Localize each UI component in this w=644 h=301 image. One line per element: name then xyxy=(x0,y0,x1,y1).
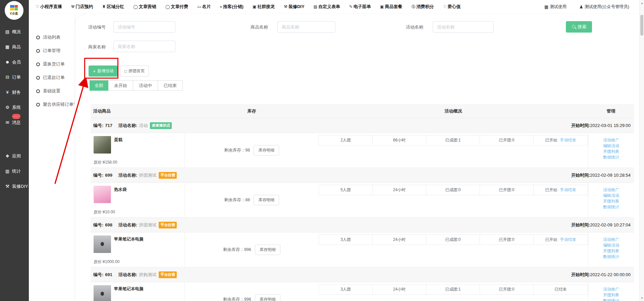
topnav-item-label: 爱心值 xyxy=(447,4,461,10)
sidebar-item[interactable]: ❖ 应用 xyxy=(0,148,29,164)
manage-link[interactable]: 开团列表 xyxy=(603,292,619,298)
topnav-item-label: 门店预约 xyxy=(76,4,93,10)
manual-end-link[interactable]: 手动结束 xyxy=(560,187,576,193)
heart-icon: ♡ xyxy=(443,4,446,9)
manage-link[interactable]: 开团列表 xyxy=(603,149,619,155)
topnav-item-label: 小程序直播 xyxy=(40,4,62,10)
manage-link[interactable]: 活动推广 xyxy=(603,137,619,143)
scroll-down-icon[interactable]: ▼ xyxy=(640,296,644,300)
sidebar-item[interactable]: ✉ 消息 ··· xyxy=(0,115,29,130)
topnav-item[interactable]: ⚒ 装修DIY xyxy=(284,4,304,10)
group-buy-home-button[interactable]: □ 拼团首页 xyxy=(120,66,149,77)
topnav-item[interactable]: ♡ 爱心值 xyxy=(443,4,461,10)
wrench-icon: ⚒ xyxy=(284,4,287,9)
sidebar-item[interactable]: ⚒ 装修DIY xyxy=(0,179,29,194)
manage-cell: 活动推广 编辑活动 开团列表 数据统计 xyxy=(588,183,634,218)
topnav-item[interactable]: ♡ 小程序直播 xyxy=(36,4,62,10)
status-text: 已结束 xyxy=(555,287,567,292)
sidebar-item[interactable]: ▦ 商品 xyxy=(0,39,29,54)
stock-detail-button[interactable]: 库存明细 xyxy=(254,145,279,156)
product-name: 苹果笔记本电脑 xyxy=(114,286,144,292)
manage-link[interactable]: 活动推广 xyxy=(603,187,619,193)
tab-all[interactable]: 全部 xyxy=(90,80,108,91)
status-text: 已开始 xyxy=(545,187,557,193)
manage-link[interactable]: 开团列表 xyxy=(603,248,619,254)
topnav-item[interactable]: ◯ 文章营销 xyxy=(133,4,156,10)
stat-cell: 已成团:0 xyxy=(426,185,480,195)
tab-ended[interactable]: 已结束 xyxy=(158,80,183,91)
submenu-item-label: 订单管理 xyxy=(43,48,60,54)
account-item[interactable]: ▦ 测试使用 xyxy=(544,4,567,10)
sidebar-item[interactable]: ▤ 概况 xyxy=(0,24,29,39)
stock-detail-button[interactable]: 库存明细 xyxy=(254,195,279,205)
activities-table: 活动商品 库存 活动概况 管理 编号: 717 活动名称: 活动 凌凌漆的店 开… xyxy=(91,104,634,301)
stock-detail-button[interactable]: 库存明细 xyxy=(255,294,280,301)
manage-link[interactable]: 数据统计 xyxy=(603,254,619,260)
topnav-item[interactable]: ▭ 名片 xyxy=(197,4,211,10)
sidebar-item-label: 概况 xyxy=(12,29,21,35)
manual-end-link[interactable]: 手动结束 xyxy=(560,137,576,143)
account-item[interactable]: ♟ 测试使用(公众号管理员) xyxy=(579,4,629,10)
sidebar-item[interactable]: ¥ 财务 xyxy=(0,85,29,100)
stock-cell: 剩余库存：98 库存明细 xyxy=(185,133,319,168)
product-name-input[interactable] xyxy=(277,21,335,33)
topnav-item[interactable]: « 推客(分销) xyxy=(220,4,244,10)
activity-name-input[interactable] xyxy=(433,21,494,33)
topnav-item[interactable]: ♜ 区域分红 xyxy=(102,4,124,10)
topnav-item[interactable]: ⚒ 门店预约 xyxy=(71,4,93,10)
sidebar-item[interactable]: ⊟ 订单 xyxy=(0,70,29,85)
manage-link[interactable]: 编辑活动 xyxy=(603,243,619,248)
manage-link[interactable]: 开团列表 xyxy=(603,199,619,204)
tab-not-started[interactable]: 未开始 xyxy=(108,80,133,91)
submenu-item[interactable]: 聚合供应链订单管 xyxy=(29,98,74,111)
stock-cell: 剩余库存：996 库存明细 xyxy=(185,282,319,301)
activity-name: 拼购测试 xyxy=(139,272,156,278)
start-time: 开始时间:2022-03-01 15:29:00 xyxy=(571,123,631,129)
manage-link[interactable]: 编辑活动 xyxy=(603,193,619,199)
sidebar-item[interactable]: ▥ 统计 xyxy=(0,164,29,179)
vertical-scrollbar[interactable]: ▲ ▼ xyxy=(639,0,644,301)
topnav-item[interactable]: ◯ 文章付费 xyxy=(165,4,188,10)
submenu-item[interactable]: 退换货订单 xyxy=(29,57,74,71)
topnav-item-label: 电子面单 xyxy=(354,4,371,10)
sidebar-item[interactable]: ⚙ 系统 xyxy=(0,100,29,115)
submenu-item[interactable]: 活动列表 xyxy=(29,31,74,44)
submenu-item-label: 基础设置 xyxy=(43,88,60,94)
apps-icon: ❖ xyxy=(4,154,10,159)
topnav-item-label: 商品套餐 xyxy=(385,4,402,10)
topnav-item[interactable]: ▣ 商品套餐 xyxy=(380,4,402,10)
points-icon: Ⓢ xyxy=(411,4,415,10)
topnav-item[interactable]: ▤ 自定义表单 xyxy=(314,4,340,10)
app-logo[interactable]: E企盈 xyxy=(5,1,23,20)
stat-cell: 已开团:0 xyxy=(480,285,533,294)
sidebar-item[interactable]: ☻ 会员 xyxy=(0,54,29,70)
product-name-label: 商品名称 xyxy=(251,24,268,30)
scroll-up-icon[interactable]: ▲ xyxy=(640,1,644,5)
manual-end-link[interactable]: 手动结束 xyxy=(560,237,576,243)
manage-link[interactable]: 数据统计 xyxy=(603,298,619,301)
account-area: ▦ 测试使用 ♟ 测试使用(公众号管理员) xyxy=(544,4,639,10)
add-activity-button[interactable]: + 新增活动 xyxy=(89,66,118,77)
manage-link[interactable]: 数据统计 xyxy=(603,155,619,160)
image-icon: ▣ xyxy=(253,4,256,9)
remaining-stock: 剩余库存：996 xyxy=(223,297,251,301)
manage-link[interactable]: 活动推广 xyxy=(603,287,619,292)
scrollbar-thumb[interactable] xyxy=(640,15,643,36)
activity-id-input[interactable] xyxy=(113,21,175,33)
manage-link[interactable]: 编辑活动 xyxy=(603,143,619,149)
topnav-item[interactable]: ✎ 电子面单 xyxy=(349,4,371,10)
manage-cell: 活动推广 编辑活动 开团列表 数据统计 xyxy=(588,133,634,168)
submenu-item[interactable]: 订单管理 xyxy=(29,44,74,57)
submenu-item[interactable]: 基础设置 xyxy=(29,84,74,98)
merchant-name-input[interactable] xyxy=(113,41,175,52)
top-nav-items: ♡ 小程序直播 ⚒ 门店预约 ♜ 区域分红 ◯ 文章营销 xyxy=(36,4,461,10)
topnav-item[interactable]: Ⓢ 消费积分 xyxy=(411,4,434,10)
manage-link[interactable]: 数据统计 xyxy=(603,204,619,210)
manage-link[interactable]: 活动推广 xyxy=(603,237,619,243)
tab-active[interactable]: 活动中 xyxy=(133,80,158,91)
topnav-item[interactable]: ▣ 社群接龙 xyxy=(253,4,275,10)
submenu-item[interactable]: 已退款订单 xyxy=(29,71,74,84)
search-button[interactable]: 搜索 xyxy=(566,21,592,33)
activity-id: 699 xyxy=(105,173,112,178)
stock-detail-button[interactable]: 库存明细 xyxy=(255,245,280,255)
